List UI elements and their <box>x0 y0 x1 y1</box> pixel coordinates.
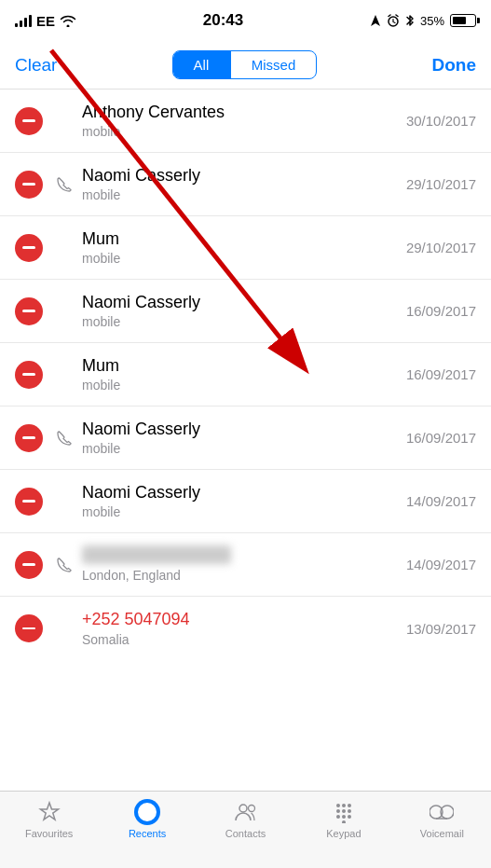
call-info: Naomi Casserlymobile <box>82 419 406 458</box>
delete-button[interactable] <box>15 171 43 199</box>
call-list-item[interactable]: Naomi Casserlymobile16/09/2017 <box>0 280 491 343</box>
status-time: 20:43 <box>203 11 243 30</box>
tab-all[interactable]: All <box>173 51 230 78</box>
delete-button[interactable] <box>15 488 43 516</box>
clear-button[interactable]: Clear <box>15 55 57 76</box>
delete-button[interactable] <box>15 361 43 389</box>
call-date: 16/09/2017 <box>406 303 476 319</box>
carrier-label: EE <box>36 13 55 29</box>
call-name: Mum <box>82 355 406 377</box>
call-info: Mummobile <box>82 228 406 268</box>
minus-icon <box>22 563 35 566</box>
svg-point-6 <box>248 806 254 812</box>
call-name: +252 5047094 <box>82 609 406 630</box>
minus-icon <box>22 119 35 122</box>
call-name: Naomi Casserly <box>82 292 406 313</box>
call-name: Naomi Casserly <box>82 419 406 440</box>
done-button[interactable]: Done <box>432 55 477 76</box>
call-date: 16/09/2017 <box>406 366 476 382</box>
battery-percent: 35% <box>420 14 444 28</box>
tab-missed[interactable]: Missed <box>231 51 317 78</box>
call-type: mobile <box>82 186 406 203</box>
tab-item-recents[interactable]: Recents <box>98 799 196 839</box>
call-type: London, England <box>82 567 406 584</box>
call-info: Anthony Cervantesmobile <box>82 102 406 141</box>
call-name: Mum <box>82 228 406 250</box>
minus-icon <box>22 246 35 249</box>
svg-point-12 <box>348 809 351 813</box>
delete-button[interactable] <box>15 551 43 579</box>
delete-button[interactable] <box>15 107 43 135</box>
svg-point-16 <box>342 820 346 823</box>
call-date: 13/09/2017 <box>406 621 476 637</box>
call-type: mobile <box>82 313 406 330</box>
phone-icon <box>54 555 75 575</box>
tab-label-keypad: Keypad <box>326 828 361 839</box>
call-info: Naomi Casserlymobile <box>82 292 406 331</box>
call-list-item[interactable]: London, England14/09/2017 <box>0 533 491 597</box>
tab-item-keypad[interactable]: Keypad <box>294 799 392 839</box>
call-info: Mummobile <box>82 355 406 394</box>
call-date: 30/10/2017 <box>406 113 476 129</box>
call-info: Naomi Casserlymobile <box>82 482 406 521</box>
svg-point-8 <box>342 804 346 807</box>
call-date: 14/09/2017 <box>406 493 476 509</box>
call-list-item[interactable]: Naomi Casserlymobile14/09/2017 <box>0 470 491 533</box>
signal-bars-icon <box>15 14 32 27</box>
minus-icon <box>22 500 35 503</box>
minus-icon <box>22 310 35 312</box>
call-list-item[interactable]: Naomi Casserlymobile29/10/2017 <box>0 153 491 216</box>
nav-bar: Clear All Missed Done <box>0 41 491 90</box>
call-list-item[interactable]: +252 5047094Somalia13/09/2017 <box>0 597 491 660</box>
call-date: 29/10/2017 <box>406 176 476 192</box>
keypad-icon <box>331 799 357 825</box>
battery-icon <box>450 14 476 27</box>
tab-item-favourites[interactable]: Favourites <box>0 799 98 839</box>
tab-item-contacts[interactable]: Contacts <box>197 799 294 839</box>
svg-point-15 <box>348 815 351 819</box>
call-name <box>82 545 231 564</box>
delete-button[interactable] <box>15 297 43 325</box>
alarm-icon <box>387 14 400 27</box>
tab-item-voicemail[interactable]: Voicemail <box>393 799 491 839</box>
delete-button[interactable] <box>15 614 43 642</box>
tab-label-recents: Recents <box>129 828 166 839</box>
call-name: Naomi Casserly <box>82 165 406 186</box>
svg-point-10 <box>336 809 340 813</box>
call-list: Anthony Cervantesmobile30/10/2017 Naomi … <box>0 90 491 791</box>
wifi-icon <box>60 14 76 27</box>
call-list-item[interactable]: Naomi Casserlymobile16/09/2017 <box>0 406 491 470</box>
status-right: 35% <box>370 14 476 28</box>
svg-point-9 <box>348 804 351 807</box>
delete-button[interactable] <box>15 234 43 262</box>
call-type: mobile <box>82 250 406 267</box>
minus-icon <box>22 183 35 186</box>
status-left: EE <box>15 13 76 29</box>
contacts-icon <box>233 799 259 825</box>
recents-icon <box>134 799 160 825</box>
voicemail-icon <box>429 799 455 825</box>
tab-label-voicemail: Voicemail <box>420 828 464 839</box>
call-info: Naomi Casserlymobile <box>82 165 406 204</box>
minus-icon <box>22 627 35 630</box>
svg-point-14 <box>342 815 346 819</box>
call-list-item[interactable]: Mummobile16/09/2017 <box>0 343 491 406</box>
call-type: Somalia <box>82 631 406 648</box>
tab-label-contacts: Contacts <box>225 828 266 839</box>
phone-icon <box>54 428 75 448</box>
tab-bar: FavouritesRecentsContacts KeypadVoicemai… <box>0 791 491 868</box>
call-type: mobile <box>82 377 406 393</box>
call-date: 14/09/2017 <box>406 557 476 572</box>
svg-point-5 <box>239 805 247 812</box>
svg-point-13 <box>336 815 340 819</box>
call-name: Naomi Casserly <box>82 482 406 503</box>
favourites-icon <box>36 799 62 825</box>
call-list-item[interactable]: Anthony Cervantesmobile30/10/2017 <box>0 90 491 153</box>
delete-button[interactable] <box>15 424 43 452</box>
call-info: +252 5047094Somalia <box>82 609 406 648</box>
tab-label-favourites: Favourites <box>25 828 73 839</box>
call-name: Anthony Cervantes <box>82 102 406 123</box>
call-list-item[interactable]: Mummobile29/10/2017 <box>0 216 491 280</box>
minus-icon <box>22 436 35 439</box>
call-info: London, England <box>82 545 406 584</box>
